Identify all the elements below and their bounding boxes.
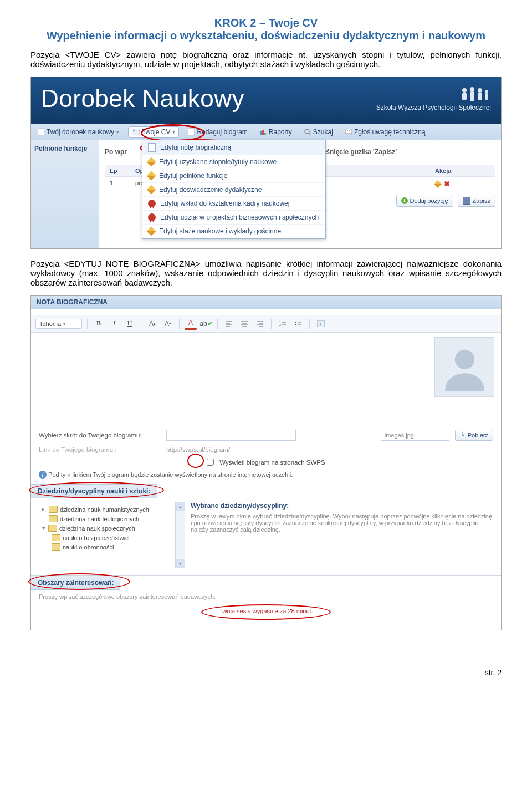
separator [179, 319, 180, 329]
svg-point-34 [295, 321, 296, 322]
nav-dorobek-label: Twój dorobek naukowy [47, 128, 114, 136]
align-left-icon[interactable] [223, 318, 235, 329]
dd-staze[interactable]: Edytuj staże naukowe i wykłady gościnne [142, 225, 325, 238]
scroll-down[interactable]: ▾ [176, 559, 185, 568]
interests-header: Obszary zainteresowań: [31, 576, 120, 590]
svg-rect-8 [38, 128, 44, 136]
dd-label: Edytuj notę biograficzną [160, 144, 231, 151]
folder-icon [48, 525, 57, 532]
link-value: http://swps.pl/biogram/ [166, 446, 230, 453]
tree-node[interactable]: dziedzina nauk społecznych [39, 523, 183, 533]
app-title: Dorobek Naukowy [41, 85, 244, 113]
svg-rect-3 [470, 91, 474, 101]
svg-point-0 [462, 88, 467, 93]
expand-icon[interactable] [42, 507, 47, 512]
col-akcja: Akcja [431, 165, 495, 176]
disk-icon [463, 197, 470, 205]
dziedziny-header: Dziedziny/dyscypliny nauki i sztuki: [31, 484, 157, 498]
svg-point-15 [305, 129, 309, 134]
wysiwyg-editor[interactable] [31, 333, 501, 427]
dd-kadra[interactable]: Edytuj wkład do kształcenia kadry naukow… [142, 197, 325, 211]
interests-placeholder[interactable]: Proszę wpisać szczegółowe obszary zainte… [39, 593, 216, 600]
selected-header: Wybrane dziedziny/dyscypliny: [191, 502, 494, 510]
svg-rect-1 [462, 93, 467, 100]
tree-node[interactable]: nauki o obronności [39, 542, 183, 552]
separator [217, 319, 218, 329]
align-right-icon[interactable] [254, 318, 266, 329]
nav-szukaj-label: Szukaj [313, 128, 333, 136]
node-label: nauki o bezpieczeństwie [63, 535, 129, 541]
svg-rect-14 [264, 133, 266, 135]
tree-node[interactable]: nauki o bezpieczeństwie [39, 533, 183, 542]
fontsize-up-icon[interactable]: A▴ [146, 318, 158, 329]
ol-icon[interactable]: 12 [277, 318, 289, 329]
tree-node[interactable]: dziedzina nauk teologicznych [39, 514, 183, 523]
delete-icon[interactable]: ✖ [444, 180, 450, 188]
paragraph-2: Pozycja <EDYTUJ NOTĘ BIOGRAFICZNĄ> umożl… [30, 259, 502, 287]
save-button[interactable]: Zapisz [458, 195, 495, 207]
scroll-up[interactable]: ▴ [176, 502, 185, 511]
publish-checkbox[interactable] [207, 459, 214, 466]
fontsize-down-icon[interactable]: A▾ [162, 318, 174, 329]
lbl-link: Link do Twojego biogramu : [39, 446, 161, 453]
help-text: Proszę w lewym oknie wybrać dziedzinę/dy… [191, 513, 494, 533]
main-toolbar: Twój dorobek naukowy ▾ Twoje CV ▾ Redagu… [31, 124, 501, 140]
svg-rect-13 [262, 130, 264, 135]
publish-label: Wyświetl biogram na stronach SWPS [219, 459, 325, 466]
nav-zglos[interactable]: Zgłoś uwagę techniczną [342, 127, 429, 137]
nav-raporty[interactable]: Raporty [257, 127, 295, 137]
add-button[interactable]: + Dodaj pozycję [396, 195, 453, 207]
dd-label: Edytuj pełnione funkcje [159, 172, 227, 180]
rosette-icon [148, 213, 156, 221]
svg-rect-12 [260, 131, 262, 135]
nav-redaguj[interactable]: Redaguj biogram [185, 127, 250, 137]
source-icon[interactable]: ⟨⟩ [315, 318, 327, 329]
instruction-right: wciśnięcie guzika 'Zapisz' [315, 148, 397, 156]
nav-szukaj[interactable]: Szukaj [301, 127, 336, 137]
nav-dorobek[interactable]: Twój dorobek naukowy ▾ [34, 127, 122, 137]
panel-title-nota: NOTA BIOGRAFICZNA [31, 296, 501, 309]
scrollbar[interactable]: ▴ ▾ [175, 502, 185, 568]
svg-rect-5 [478, 93, 482, 100]
underline-icon[interactable]: U [124, 318, 136, 329]
save-button-label: Zapisz [473, 197, 490, 204]
highlight-icon[interactable]: ab✔ [200, 318, 212, 329]
nav-twoje-cv[interactable]: Twoje CV ▾ [128, 126, 179, 138]
nav-twoje-cv-label: Twoje CV [142, 128, 170, 136]
dd-projekty[interactable]: Edytuj udział w projektach biznesowych i… [142, 211, 325, 225]
folder-icon [52, 534, 60, 541]
dd-funkcje[interactable]: Edytuj pełnione funkcje [142, 169, 325, 183]
heading-sub: Wypełnienie informacji o wykształceniu, … [30, 29, 502, 42]
discipline-tree[interactable]: dziedzina nauk humanistycznych dziedzina… [38, 502, 185, 568]
svg-text:2: 2 [279, 323, 281, 327]
separator [87, 319, 88, 329]
node-label: dziedzina nauk społecznych [59, 525, 135, 532]
italic-icon[interactable]: I [108, 318, 120, 329]
dd-label: Edytuj wkład do kształcenia kadry naukow… [160, 200, 289, 207]
dd-label: Edytuj udział w projektach biznesowych i… [160, 213, 319, 221]
svg-rect-9 [132, 129, 140, 135]
dd-dydaktyczne[interactable]: Edytuj doświadczenie dydaktyczne [142, 183, 325, 197]
chevron-down-icon: ▾ [172, 129, 175, 135]
pencil-icon [147, 185, 156, 195]
font-color-icon[interactable]: A [185, 317, 197, 330]
col-lp: Lp [105, 165, 131, 176]
edit-icon[interactable] [434, 180, 442, 187]
file-input[interactable] [381, 430, 449, 441]
ul-icon[interactable] [292, 318, 304, 329]
download-button[interactable]: Pobierz [455, 430, 493, 441]
bold-icon[interactable]: B [93, 318, 105, 329]
align-center-icon[interactable] [238, 318, 250, 329]
dd-edytuj-note[interactable]: Edytuj notę biograficzną [142, 140, 325, 155]
collapse-icon[interactable] [42, 527, 46, 530]
svg-point-6 [485, 90, 488, 93]
dd-stopnie[interactable]: Edytuj uzyskane stopnie/tytuły naukowe [142, 155, 325, 169]
avatar-placeholder [434, 337, 494, 397]
dd-label: Edytuj doświadczenie dydaktyczne [159, 186, 262, 194]
dd-label: Edytuj staże naukowe i wykłady gościnne [159, 227, 281, 235]
tree-node[interactable]: dziedzina nauk humanistycznych [39, 505, 183, 514]
shortcut-input[interactable] [166, 430, 296, 441]
font-select[interactable]: Tahoma ▾ [35, 319, 82, 329]
annotation-oval-checkbox [187, 454, 204, 468]
page-icon [148, 143, 156, 152]
